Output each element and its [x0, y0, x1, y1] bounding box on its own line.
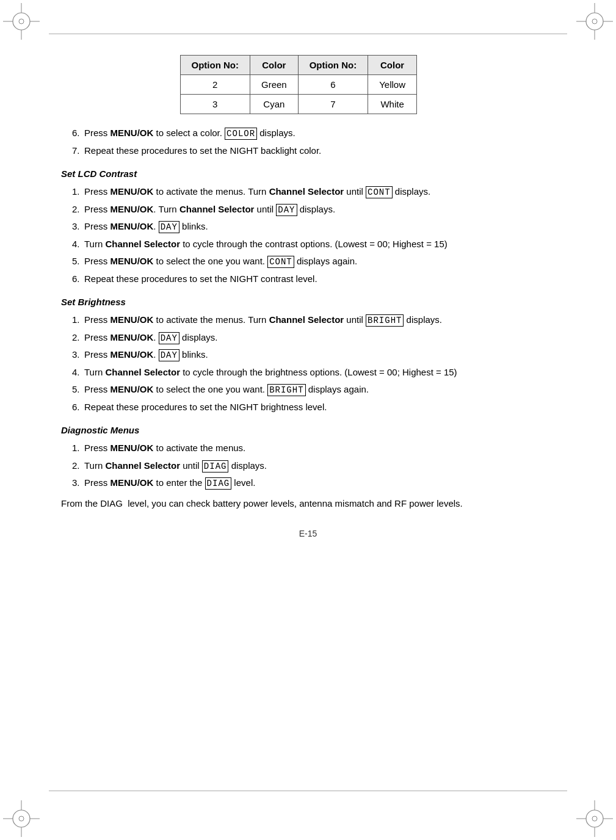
- corner-mark-tr: [576, 3, 613, 40]
- item-number: 1.: [61, 185, 84, 199]
- item-text: Press MENU/OK. Turn Channel Selector unt…: [84, 203, 555, 217]
- item-number: 1.: [61, 313, 84, 327]
- row2-color2: White: [368, 95, 417, 114]
- color-display: COLOR: [225, 128, 257, 140]
- item-text: Press MENU/OK. DAY displays.: [84, 331, 555, 345]
- item-number: 2.: [61, 203, 84, 217]
- diagnostic-footer: From the DIAG level, you can check batte…: [61, 496, 555, 510]
- svg-point-0: [13, 13, 30, 30]
- svg-point-13: [19, 816, 24, 821]
- bright-display: BRIGHT: [267, 384, 305, 396]
- cont-display: CONT: [267, 256, 294, 268]
- item-text: Press MENU/OK to select a color. COLOR d…: [84, 126, 555, 140]
- menu-ok-bold: MENU/OK: [111, 477, 154, 488]
- row2-color1: Cyan: [250, 95, 298, 114]
- item-number: 6.: [61, 400, 84, 415]
- channel-selector-bold: Channel Selector: [269, 314, 344, 325]
- item-number: 4.: [61, 237, 84, 252]
- list-item: 5. Press MENU/OK to select the one you w…: [61, 255, 555, 269]
- item-number: 2.: [61, 459, 84, 473]
- top-rule: [49, 34, 567, 34]
- channel-selector-bold: Channel Selector: [105, 367, 180, 377]
- section-set-lcd-contrast: Set LCD Contrast 1. Press MENU/OK to act…: [61, 168, 555, 286]
- brightness-list: 1. Press MENU/OK to activate the menus. …: [61, 313, 555, 414]
- svg-point-6: [586, 13, 603, 30]
- col-header-color1: Color: [250, 56, 298, 75]
- item-number: 7.: [61, 144, 84, 158]
- list-item: 6. Press MENU/OK to select a color. COLO…: [61, 126, 555, 140]
- channel-selector-bold: Channel Selector: [105, 239, 180, 249]
- menu-ok-bold: MENU/OK: [111, 128, 154, 138]
- day-display: DAY: [276, 204, 297, 216]
- menu-ok-bold: MENU/OK: [111, 384, 154, 394]
- menu-ok-bold: MENU/OK: [111, 443, 154, 453]
- menu-ok-bold: MENU/OK: [111, 314, 154, 325]
- list-item: 2. Press MENU/OK. Turn Channel Selector …: [61, 203, 555, 217]
- table-row: 2 Green 6 Yellow: [180, 75, 416, 95]
- list-item: 1. Press MENU/OK to activate the menus. …: [61, 313, 555, 327]
- row1-color2: Yellow: [368, 75, 417, 95]
- corner-mark-bl: [3, 800, 40, 837]
- menu-ok-bold: MENU/OK: [111, 256, 154, 266]
- intro-list: 6. Press MENU/OK to select a color. COLO…: [61, 126, 555, 158]
- item-text: Turn Channel Selector to cycle through t…: [84, 366, 555, 380]
- svg-point-7: [592, 19, 597, 24]
- row1-color1: Green: [250, 75, 298, 95]
- lcd-contrast-list: 1. Press MENU/OK to activate the menus. …: [61, 185, 555, 286]
- section-title-brightness: Set Brightness: [61, 297, 555, 307]
- menu-ok-bold: MENU/OK: [111, 186, 154, 197]
- list-item: 3. Press MENU/OK. DAY blinks.: [61, 348, 555, 362]
- item-number: 3.: [61, 476, 84, 490]
- list-item: 3. Press MENU/OK to enter the DIAG level…: [61, 476, 555, 490]
- diagnostic-list: 1. Press MENU/OK to activate the menus. …: [61, 441, 555, 490]
- col-header-option2: Option No:: [298, 56, 368, 75]
- section-set-brightness: Set Brightness 1. Press MENU/OK to activ…: [61, 297, 555, 414]
- item-text: Turn Channel Selector to cycle through t…: [84, 237, 555, 252]
- list-item: 3. Press MENU/OK. DAY blinks.: [61, 220, 555, 234]
- diag-display: DIAG: [202, 460, 229, 472]
- color-table: Option No: Color Option No: Color 2 Gree…: [180, 55, 437, 114]
- item-number: 5.: [61, 255, 84, 269]
- section-title-diagnostic: Diagnostic Menus: [61, 425, 555, 435]
- corner-mark-br: [576, 800, 613, 837]
- channel-selector-bold: Channel Selector: [269, 186, 344, 197]
- svg-point-18: [586, 810, 603, 827]
- list-item: 6. Repeat these procedures to set the NI…: [61, 400, 555, 415]
- list-item: 5. Press MENU/OK to select the one you w…: [61, 383, 555, 397]
- cont-display: CONT: [366, 186, 393, 198]
- menu-ok-bold: MENU/OK: [111, 349, 154, 360]
- item-number: 6.: [61, 272, 84, 286]
- item-text: Press MENU/OK to select the one you want…: [84, 383, 555, 397]
- item-text: Repeat these procedures to set the NIGHT…: [84, 400, 555, 415]
- row1-option2: 6: [298, 75, 368, 95]
- item-number: 4.: [61, 366, 84, 380]
- item-text: Press MENU/OK to select the one you want…: [84, 255, 555, 269]
- item-number: 1.: [61, 441, 84, 455]
- item-number: 2.: [61, 331, 84, 345]
- menu-ok-bold: MENU/OK: [111, 332, 154, 342]
- item-number: 3.: [61, 220, 84, 234]
- list-item: 4. Turn Channel Selector to cycle throug…: [61, 237, 555, 252]
- channel-selector-bold: Channel Selector: [105, 460, 180, 471]
- page: Option No: Color Option No: Color 2 Gree…: [0, 0, 616, 840]
- menu-ok-bold: MENU/OK: [111, 221, 154, 231]
- svg-point-19: [592, 816, 597, 821]
- menu-ok-bold: MENU/OK: [111, 204, 154, 214]
- row1-option1: 2: [180, 75, 250, 95]
- section-title-lcd-contrast: Set LCD Contrast: [61, 168, 555, 179]
- table-row: 3 Cyan 7 White: [180, 95, 416, 114]
- list-item: 2. Turn Channel Selector until DIAG disp…: [61, 459, 555, 473]
- list-item: 4. Turn Channel Selector to cycle throug…: [61, 366, 555, 380]
- day-display: DAY: [159, 221, 179, 233]
- list-item: 2. Press MENU/OK. DAY displays.: [61, 331, 555, 345]
- col-header-option1: Option No:: [180, 56, 250, 75]
- item-text: Press MENU/OK to enter the DIAG level.: [84, 476, 555, 490]
- item-number: 5.: [61, 383, 84, 397]
- main-content: Option No: Color Option No: Color 2 Gree…: [61, 55, 555, 510]
- bright-display: BRIGHT: [366, 314, 404, 327]
- item-text: Press MENU/OK. DAY blinks.: [84, 220, 555, 234]
- section-diagnostic-menus: Diagnostic Menus 1. Press MENU/OK to act…: [61, 425, 555, 510]
- page-number: E-15: [61, 529, 555, 538]
- list-item: 1. Press MENU/OK to activate the menus.: [61, 441, 555, 455]
- channel-selector-bold: Channel Selector: [179, 204, 255, 214]
